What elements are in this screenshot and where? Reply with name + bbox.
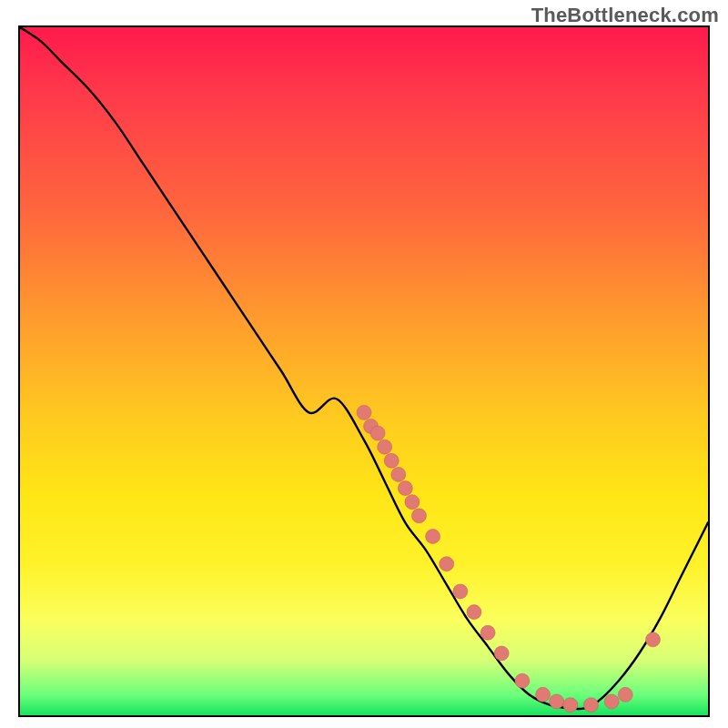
highlighted-point (378, 440, 392, 454)
highlighted-point (426, 529, 440, 543)
highlighted-point (646, 632, 661, 647)
highlighted-point (515, 673, 530, 688)
plot-frame (18, 25, 710, 717)
highlighted-points-group (357, 405, 661, 712)
highlighted-point (384, 453, 399, 468)
highlighted-point (398, 481, 412, 496)
highlighted-point (563, 698, 578, 713)
highlighted-point (391, 467, 406, 481)
highlighted-point (618, 687, 632, 702)
highlighted-point (550, 694, 564, 709)
plot-svg (20, 27, 708, 715)
highlighted-point (453, 584, 468, 599)
bottleneck-curve (20, 27, 708, 709)
highlighted-point (480, 625, 495, 640)
highlighted-point (440, 557, 454, 571)
highlighted-point (494, 646, 509, 661)
highlighted-point (405, 495, 420, 510)
watermark-text: TheBottleneck.com (531, 4, 719, 27)
highlighted-point (467, 605, 481, 620)
highlighted-point (370, 426, 385, 440)
highlighted-point (536, 687, 551, 702)
highlighted-point (604, 694, 619, 709)
highlighted-point (583, 698, 598, 713)
highlighted-point (357, 405, 371, 420)
chart-stage: TheBottleneck.com (0, 0, 728, 728)
highlighted-point (411, 509, 426, 523)
